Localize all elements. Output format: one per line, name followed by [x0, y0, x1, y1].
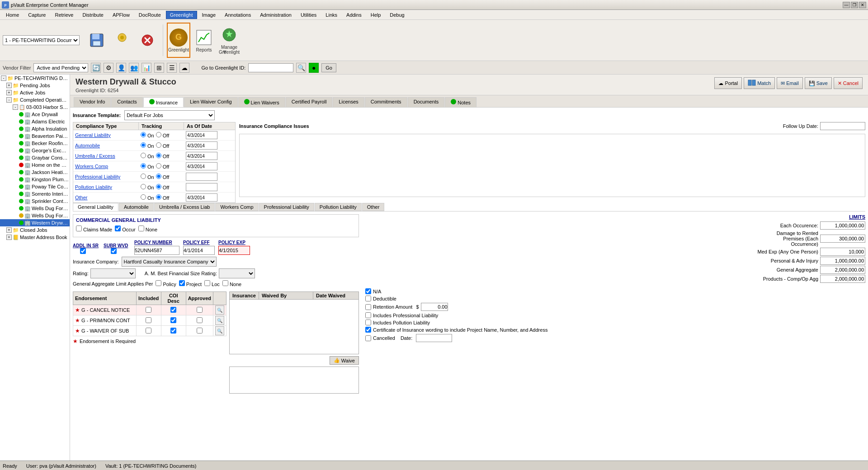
save-toolbar-button[interactable]	[85, 23, 108, 58]
claims-made-checkbox[interactable]	[76, 226, 82, 231]
sidebar-item-sprinkler[interactable]: 🏢 Sprinkler Contractor	[0, 197, 70, 205]
includes-professional-checkbox[interactable]	[365, 312, 371, 318]
menu-annotations[interactable]: Annotations	[221, 11, 255, 19]
insurance-template-select[interactable]: Default For Jobs	[124, 110, 215, 120]
minimize-button[interactable]: —	[843, 2, 850, 8]
menu-administration[interactable]: Administration	[256, 11, 296, 19]
wc-off-radio[interactable]	[156, 163, 161, 169]
other-off-label[interactable]: Off	[156, 194, 170, 201]
inner-tab-professional[interactable]: Professional Liability	[259, 203, 314, 211]
menu-capture[interactable]: Capture	[24, 11, 50, 19]
cancelled-checkbox[interactable]	[365, 335, 371, 341]
sidebar-item-harbor-square[interactable]: - 📋 03-003 Harbor Square	[0, 103, 70, 111]
sidebar-item-jackson-heating[interactable]: 🏢 Jackson Heating &	[0, 169, 70, 176]
inner-tab-other[interactable]: Other	[362, 203, 385, 211]
waiver-search-button[interactable]: 🔍	[215, 326, 224, 335]
close-button[interactable]: ✕	[859, 2, 866, 8]
gen-off-radio[interactable]	[156, 132, 161, 137]
sidebar-item-beaverton[interactable]: 🏢 Beaverton Painting	[0, 132, 70, 140]
retention-checkbox[interactable]	[365, 304, 371, 310]
sidebar-item-ace-drywall[interactable]: 🏢 Ace Drywall	[0, 111, 70, 118]
expander-completed[interactable]: -	[6, 97, 12, 103]
limits-damage-rented-input[interactable]	[820, 235, 865, 243]
cancel-approved-checkbox[interactable]	[197, 307, 203, 313]
restore-button[interactable]: ❐	[851, 2, 858, 8]
waive-button[interactable]: 👍 Waive	[330, 356, 359, 365]
policy-checkbox[interactable]	[156, 280, 161, 286]
addl-insr-checkbox[interactable]	[80, 248, 86, 254]
sidebar-item-master-address[interactable]: + 📒 Master Address Book	[0, 234, 70, 241]
auto-off-radio[interactable]	[156, 142, 161, 148]
wc-on-radio[interactable]	[141, 163, 146, 169]
expander-closed[interactable]: +	[6, 227, 12, 233]
umb-off-radio[interactable]	[156, 153, 161, 158]
occur-checkbox[interactable]	[115, 226, 121, 231]
comp-type-professional[interactable]: Professional Liability	[73, 173, 139, 180]
prof-off-radio[interactable]	[156, 174, 161, 179]
sidebar-item-completed-ops[interactable]: - 📁 Completed Operations	[0, 96, 70, 103]
sidebar-item-georges[interactable]: 🏢 George's Excavatio	[0, 147, 70, 154]
gen-off-label[interactable]: Off	[156, 132, 170, 138]
sidebar-item-wells-dug-1[interactable]: 🏢 Wells Dug For Less	[0, 205, 70, 212]
portal-button[interactable]: ☁ Portal	[714, 77, 742, 89]
umbrella-date[interactable]	[186, 152, 217, 160]
list-icon[interactable]: ☰	[167, 63, 177, 73]
expander-harbor[interactable]: -	[13, 104, 18, 110]
am-best-select[interactable]	[219, 268, 255, 278]
limits-personal-adv-input[interactable]	[820, 257, 865, 265]
expander-master[interactable]: +	[6, 235, 12, 240]
poll-on-radio[interactable]	[141, 184, 146, 189]
prof-on-label[interactable]: On	[141, 174, 154, 180]
menu-help[interactable]: Help	[367, 11, 385, 19]
policy-label[interactable]: Policy	[156, 280, 176, 287]
waiver-approved-checkbox[interactable]	[197, 328, 203, 334]
comp-type-umbrella[interactable]: Umbrella / Excess	[73, 152, 139, 160]
menu-apflow[interactable]: APFlow	[108, 11, 134, 19]
bell-toolbar-button[interactable]	[110, 23, 134, 58]
certificate-wording-checkbox[interactable]	[365, 327, 371, 333]
inner-tab-umbrella[interactable]: Umbrella / Excess Liab	[154, 203, 215, 211]
agg-none-checkbox[interactable]	[222, 280, 228, 286]
filter-icon3[interactable]: 👥	[129, 63, 139, 73]
waiver-coi-checkbox[interactable]	[170, 328, 176, 334]
limits-general-aggregate-input[interactable]	[820, 266, 865, 274]
gen-liability-date[interactable]	[186, 131, 217, 139]
search-icon[interactable]: 🔍	[296, 63, 306, 73]
inner-tab-workers-comp[interactable]: Workers Comp	[215, 203, 258, 211]
sidebar-item-active-jobs[interactable]: + 📁 Active Jobs	[0, 89, 70, 96]
expander-pending[interactable]: +	[6, 83, 12, 88]
greenlight-id-input[interactable]	[248, 63, 293, 72]
loc-checkbox[interactable]	[204, 280, 210, 286]
auto-on-label[interactable]: On	[141, 142, 154, 149]
go-button[interactable]: Go	[321, 63, 336, 72]
pollution-date[interactable]	[186, 183, 217, 191]
agg-none-label[interactable]: None	[222, 280, 241, 287]
inner-tab-pollution[interactable]: Pollution Liability	[315, 203, 362, 211]
auto-on-radio[interactable]	[141, 142, 146, 148]
comp-type-other[interactable]: Other	[73, 194, 139, 201]
cancel-search-button[interactable]: 🔍	[215, 306, 224, 315]
sidebar-item-poway-tile[interactable]: 🏢 Poway Tile Compan	[0, 183, 70, 190]
menu-links[interactable]: Links	[321, 11, 341, 19]
cgl-none-checkbox[interactable]	[138, 226, 144, 231]
deductible-checkbox[interactable]	[365, 296, 371, 301]
limits-each-occurrence-input[interactable]	[820, 221, 865, 230]
subr-wvd-checkbox[interactable]	[111, 248, 117, 254]
tab-commitments[interactable]: Commitments	[365, 97, 407, 107]
gen-on-label[interactable]: On	[141, 132, 154, 138]
tab-certified-payroll[interactable]: Certified Payroll	[286, 97, 333, 107]
other-on-radio[interactable]	[141, 194, 146, 200]
cancel-coi-checkbox[interactable]	[170, 307, 176, 313]
policy-number-input[interactable]	[134, 246, 179, 255]
auto-off-label[interactable]: Off	[156, 142, 170, 149]
policy-exp-input[interactable]	[218, 246, 250, 255]
umb-off-label[interactable]: Off	[156, 153, 170, 159]
dropdown-arrow[interactable]: ▾	[223, 47, 226, 56]
manage-greenlight-button[interactable]: Manage Greenlight	[217, 23, 241, 58]
sidebar-item-graybar[interactable]: 🏢 Graybar Constructio	[0, 154, 70, 161]
limits-med-exp-input[interactable]	[820, 248, 865, 256]
menu-image[interactable]: Image	[198, 11, 220, 19]
prof-on-radio[interactable]	[141, 174, 146, 179]
cancel-toolbar-button[interactable]	[136, 23, 159, 58]
tab-lien-waiver-config[interactable]: Lien Waiver Config	[184, 97, 238, 107]
